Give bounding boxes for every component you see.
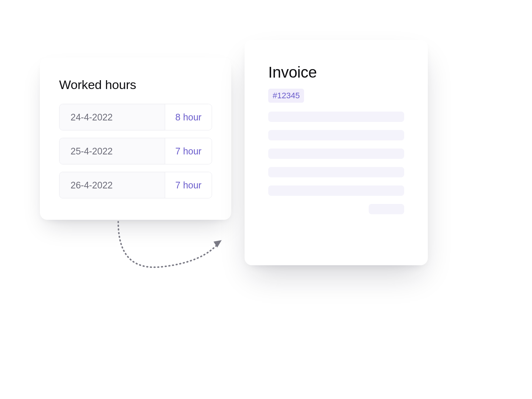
hours-row: 24-4-2022 8 hour <box>59 104 212 130</box>
hours-date: 25-4-2022 <box>59 138 165 164</box>
hours-row: 26-4-2022 7 hour <box>59 172 212 198</box>
hours-date: 24-4-2022 <box>59 104 165 130</box>
worked-hours-card: Worked hours 24-4-2022 8 hour 25-4-2022 … <box>40 58 231 220</box>
invoice-line-placeholder <box>268 130 404 140</box>
invoice-line-placeholder <box>268 112 404 122</box>
hours-date: 26-4-2022 <box>59 172 165 198</box>
hours-value: 7 hour <box>165 138 212 164</box>
invoice-number-badge: #12345 <box>268 89 304 103</box>
svg-marker-0 <box>214 240 222 248</box>
connector-arrow-icon <box>111 219 229 285</box>
invoice-line-placeholder <box>268 149 404 159</box>
invoice-title: Invoice <box>268 64 404 81</box>
hours-value: 7 hour <box>165 172 212 198</box>
hours-value: 8 hour <box>165 104 212 130</box>
worked-hours-title: Worked hours <box>59 78 212 92</box>
invoice-line-placeholder <box>268 185 404 196</box>
invoice-card: Invoice #12345 <box>245 40 428 265</box>
invoice-line-placeholder <box>268 167 404 177</box>
invoice-total-placeholder <box>369 204 404 214</box>
hours-row: 25-4-2022 7 hour <box>59 138 212 164</box>
